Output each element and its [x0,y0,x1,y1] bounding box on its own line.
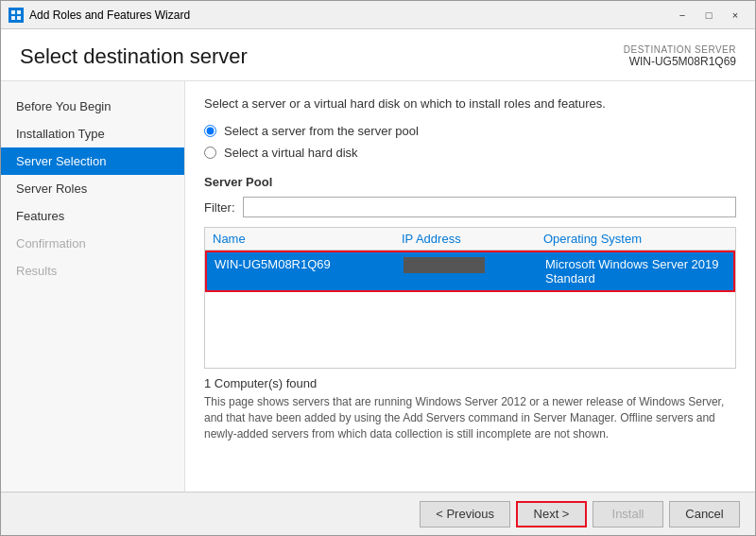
title-bar: Add Roles and Features Wizard − □ × [1,1,755,29]
filter-row: Filter: [204,197,736,217]
sidebar-item-features[interactable]: Features [1,202,184,230]
footer-count: 1 Computer(s) found [204,376,736,390]
sidebar-item-before-you-begin[interactable]: Before You Begin [1,93,184,120]
table-header: Name IP Address Operating System [205,228,735,251]
main-content: Before You Begin Installation Type Serve… [1,81,755,492]
col-os-header[interactable]: Operating System [536,232,735,246]
radio-vhd-text: Select a virtual hard disk [224,146,358,160]
radio-group: Select a server from the server pool Sel… [204,124,736,160]
install-button: Install [593,501,663,527]
close-button[interactable]: × [723,6,747,25]
svg-rect-1 [17,10,21,14]
section-label: Server Pool [204,175,736,189]
filter-input[interactable] [243,197,737,217]
page-title: Select destination server [20,44,248,69]
filter-label: Filter: [204,200,235,215]
cell-server-name: WIN-UG5M08R1Q69 [207,257,396,285]
sidebar-item-server-roles[interactable]: Server Roles [1,175,184,202]
svg-rect-0 [11,10,15,14]
svg-rect-2 [11,16,15,20]
sidebar-item-installation-type[interactable]: Installation Type [1,120,184,147]
table-empty-space [205,292,735,368]
sidebar-item-results: Results [1,257,184,285]
destination-info: DESTINATION SERVER WIN-UG5M08R1Q69 [624,44,736,68]
sidebar: Before You Begin Installation Type Serve… [1,81,185,492]
window-controls: − □ × [670,6,747,25]
wizard-window: Add Roles and Features Wizard − □ × Sele… [0,0,756,536]
server-pool-section: Server Pool Filter: Name IP Address Oper… [204,175,736,441]
table-row[interactable]: WIN-UG5M08R1Q69 █████████ Microsoft Wind… [205,251,735,292]
cancel-button[interactable]: Cancel [669,501,740,527]
sidebar-item-server-selection[interactable]: Server Selection [1,147,184,175]
header-area: Select destination server DESTINATION SE… [1,29,755,81]
col-name-header[interactable]: Name [205,232,394,246]
svg-rect-3 [17,16,21,20]
radio-server-pool[interactable] [204,125,216,137]
window-title: Add Roles and Features Wizard [29,9,190,22]
footer-description: This page shows servers that are running… [204,394,736,441]
radio-server-pool-text: Select a server from the server pool [224,124,419,138]
app-icon [9,8,24,23]
radio-server-pool-label[interactable]: Select a server from the server pool [204,124,736,138]
destination-value: WIN-UG5M08R1Q69 [624,55,736,68]
title-bar-left: Add Roles and Features Wizard [9,8,190,23]
minimize-button[interactable]: − [670,6,695,25]
maximize-button[interactable]: □ [696,6,721,25]
bottom-bar: < Previous Next > Install Cancel [1,492,755,535]
page-title-container: Select destination server [20,44,248,69]
col-ip-header[interactable]: IP Address [394,232,536,246]
next-button[interactable]: Next > [516,501,587,527]
radio-vhd-label[interactable]: Select a virtual hard disk [204,146,736,160]
sidebar-item-confirmation: Confirmation [1,230,184,257]
description-text: Select a server or a virtual hard disk o… [204,96,736,111]
server-table-container: Name IP Address Operating System WIN-UG5… [204,227,736,369]
radio-vhd[interactable] [204,147,216,159]
cell-server-ip: █████████ [396,257,538,285]
cell-server-os: Microsoft Windows Server 2019 Standard [538,257,733,285]
destination-label: DESTINATION SERVER [624,44,736,55]
content-area: Select a server or a virtual hard disk o… [185,81,755,492]
previous-button[interactable]: < Previous [420,501,510,527]
